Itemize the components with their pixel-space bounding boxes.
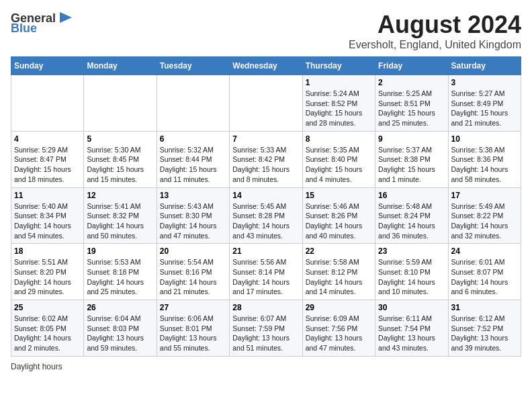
- calendar-week-row: 4Sunrise: 5:29 AM Sunset: 8:47 PM Daylig…: [11, 131, 521, 187]
- calendar-cell: 28Sunrise: 6:07 AM Sunset: 7:59 PM Dayli…: [230, 300, 302, 357]
- day-info: Sunrise: 5:53 AM Sunset: 8:18 PM Dayligh…: [87, 257, 153, 297]
- day-number: 6: [160, 134, 226, 144]
- day-number: 13: [160, 191, 226, 200]
- calendar-cell: 5Sunrise: 5:30 AM Sunset: 8:45 PM Daylig…: [84, 131, 157, 187]
- day-number: 24: [451, 246, 518, 256]
- header-row: SundayMondayTuesdayWednesdayThursdayFrid…: [11, 57, 521, 75]
- calendar-cell: [230, 75, 302, 132]
- day-info: Sunrise: 5:54 AM Sunset: 8:16 PM Dayligh…: [160, 257, 226, 297]
- day-info: Sunrise: 6:11 AM Sunset: 7:54 PM Dayligh…: [378, 314, 445, 353]
- day-number: 2: [378, 78, 445, 87]
- header-cell-thursday: Thursday: [302, 57, 375, 75]
- calendar-week-row: 18Sunrise: 5:51 AM Sunset: 8:20 PM Dayli…: [11, 244, 521, 300]
- calendar-table: SundayMondayTuesdayWednesdayThursdayFrid…: [11, 56, 521, 357]
- calendar-cell: 16Sunrise: 5:48 AM Sunset: 8:24 PM Dayli…: [375, 187, 448, 244]
- calendar-cell: 4Sunrise: 5:29 AM Sunset: 8:47 PM Daylig…: [11, 131, 84, 187]
- header-cell-tuesday: Tuesday: [157, 57, 229, 75]
- day-number: 5: [87, 134, 153, 144]
- day-number: 8: [306, 134, 372, 144]
- day-info: Sunrise: 5:35 AM Sunset: 8:40 PM Dayligh…: [306, 145, 372, 185]
- logo: General Blue: [11, 11, 72, 36]
- calendar-header: SundayMondayTuesdayWednesdayThursdayFrid…: [11, 57, 521, 75]
- day-number: 28: [232, 303, 299, 312]
- day-info: Sunrise: 5:46 AM Sunset: 8:26 PM Dayligh…: [306, 201, 372, 241]
- svg-marker-0: [60, 12, 72, 23]
- calendar-week-row: 25Sunrise: 6:02 AM Sunset: 8:05 PM Dayli…: [11, 300, 521, 357]
- day-number: 19: [87, 246, 153, 256]
- day-number: 12: [87, 191, 153, 200]
- calendar-cell: 3Sunrise: 5:27 AM Sunset: 8:49 PM Daylig…: [448, 75, 521, 132]
- day-number: 14: [232, 191, 299, 200]
- day-info: Sunrise: 5:48 AM Sunset: 8:24 PM Dayligh…: [378, 201, 445, 241]
- day-number: 30: [378, 303, 445, 312]
- calendar-cell: 9Sunrise: 5:37 AM Sunset: 8:38 PM Daylig…: [375, 131, 448, 187]
- day-info: Sunrise: 5:59 AM Sunset: 8:10 PM Dayligh…: [378, 257, 445, 297]
- day-info: Sunrise: 6:02 AM Sunset: 8:05 PM Dayligh…: [14, 314, 81, 353]
- header-cell-saturday: Saturday: [448, 57, 521, 75]
- day-info: Sunrise: 5:29 AM Sunset: 8:47 PM Dayligh…: [14, 145, 81, 185]
- day-number: 18: [14, 246, 81, 256]
- day-info: Sunrise: 5:37 AM Sunset: 8:38 PM Dayligh…: [378, 145, 445, 185]
- calendar-cell: 2Sunrise: 5:25 AM Sunset: 8:51 PM Daylig…: [375, 75, 448, 132]
- header-cell-sunday: Sunday: [11, 57, 84, 75]
- day-number: 31: [451, 303, 518, 312]
- day-number: 29: [306, 303, 372, 312]
- day-info: Sunrise: 6:12 AM Sunset: 7:52 PM Dayligh…: [451, 314, 518, 353]
- day-info: Sunrise: 5:41 AM Sunset: 8:32 PM Dayligh…: [87, 201, 153, 241]
- day-number: 20: [160, 246, 226, 256]
- day-info: Sunrise: 6:06 AM Sunset: 8:01 PM Dayligh…: [160, 314, 226, 353]
- day-info: Sunrise: 5:33 AM Sunset: 8:42 PM Dayligh…: [232, 145, 299, 185]
- day-info: Sunrise: 6:01 AM Sunset: 8:07 PM Dayligh…: [451, 257, 518, 297]
- calendar-cell: 21Sunrise: 5:56 AM Sunset: 8:14 PM Dayli…: [230, 244, 302, 300]
- calendar-cell: 7Sunrise: 5:33 AM Sunset: 8:42 PM Daylig…: [230, 131, 302, 187]
- day-number: 21: [232, 246, 299, 256]
- day-info: Sunrise: 5:38 AM Sunset: 8:36 PM Dayligh…: [451, 145, 518, 185]
- calendar-cell: 18Sunrise: 5:51 AM Sunset: 8:20 PM Dayli…: [11, 244, 84, 300]
- day-number: 16: [378, 191, 445, 200]
- day-info: Sunrise: 5:49 AM Sunset: 8:22 PM Dayligh…: [451, 201, 518, 241]
- page-header: General Blue August 2024 Eversholt, Engl…: [11, 11, 521, 51]
- calendar-cell: 6Sunrise: 5:32 AM Sunset: 8:44 PM Daylig…: [157, 131, 229, 187]
- day-info: Sunrise: 5:27 AM Sunset: 8:49 PM Dayligh…: [451, 89, 518, 128]
- day-info: Sunrise: 5:58 AM Sunset: 8:12 PM Dayligh…: [306, 257, 372, 297]
- day-number: 4: [14, 134, 81, 144]
- calendar-cell: 31Sunrise: 6:12 AM Sunset: 7:52 PM Dayli…: [448, 300, 521, 357]
- calendar-cell: 13Sunrise: 5:43 AM Sunset: 8:30 PM Dayli…: [157, 187, 229, 244]
- day-number: 11: [14, 191, 81, 200]
- calendar-cell: 20Sunrise: 5:54 AM Sunset: 8:16 PM Dayli…: [157, 244, 229, 300]
- day-number: 1: [306, 78, 372, 87]
- day-info: Sunrise: 6:09 AM Sunset: 7:56 PM Dayligh…: [306, 314, 372, 353]
- header-cell-wednesday: Wednesday: [230, 57, 302, 75]
- header-cell-friday: Friday: [375, 57, 448, 75]
- calendar-cell: 12Sunrise: 5:41 AM Sunset: 8:32 PM Dayli…: [84, 187, 157, 244]
- calendar-cell: 23Sunrise: 5:59 AM Sunset: 8:10 PM Dayli…: [375, 244, 448, 300]
- subtitle: Eversholt, England, United Kingdom: [349, 39, 521, 51]
- calendar-cell: 26Sunrise: 6:04 AM Sunset: 8:03 PM Dayli…: [84, 300, 157, 357]
- footer-daylight-label: Daylight hours: [11, 362, 62, 371]
- calendar-cell: 30Sunrise: 6:11 AM Sunset: 7:54 PM Dayli…: [375, 300, 448, 357]
- day-info: Sunrise: 5:45 AM Sunset: 8:28 PM Dayligh…: [232, 201, 299, 241]
- day-info: Sunrise: 5:25 AM Sunset: 8:51 PM Dayligh…: [378, 89, 445, 128]
- calendar-cell: 15Sunrise: 5:46 AM Sunset: 8:26 PM Dayli…: [302, 187, 375, 244]
- calendar-cell: 19Sunrise: 5:53 AM Sunset: 8:18 PM Dayli…: [84, 244, 157, 300]
- day-number: 15: [306, 191, 372, 200]
- calendar-cell: 22Sunrise: 5:58 AM Sunset: 8:12 PM Dayli…: [302, 244, 375, 300]
- calendar-week-row: 1Sunrise: 5:24 AM Sunset: 8:52 PM Daylig…: [11, 75, 521, 132]
- day-info: Sunrise: 6:07 AM Sunset: 7:59 PM Dayligh…: [232, 314, 299, 353]
- calendar-week-row: 11Sunrise: 5:40 AM Sunset: 8:34 PM Dayli…: [11, 187, 521, 244]
- day-info: Sunrise: 5:43 AM Sunset: 8:30 PM Dayligh…: [160, 201, 226, 241]
- logo-icon: [57, 11, 72, 26]
- day-number: 23: [378, 246, 445, 256]
- day-info: Sunrise: 5:24 AM Sunset: 8:52 PM Dayligh…: [306, 89, 372, 128]
- calendar-cell: 29Sunrise: 6:09 AM Sunset: 7:56 PM Dayli…: [302, 300, 375, 357]
- day-info: Sunrise: 5:40 AM Sunset: 8:34 PM Dayligh…: [14, 201, 81, 241]
- day-number: 7: [232, 134, 299, 144]
- day-info: Sunrise: 5:51 AM Sunset: 8:20 PM Dayligh…: [14, 257, 81, 297]
- footer-note: Daylight hours: [11, 362, 521, 371]
- day-info: Sunrise: 6:04 AM Sunset: 8:03 PM Dayligh…: [87, 314, 153, 353]
- calendar-cell: 8Sunrise: 5:35 AM Sunset: 8:40 PM Daylig…: [302, 131, 375, 187]
- day-info: Sunrise: 5:32 AM Sunset: 8:44 PM Dayligh…: [160, 145, 226, 185]
- calendar-cell: 27Sunrise: 6:06 AM Sunset: 8:01 PM Dayli…: [157, 300, 229, 357]
- calendar-cell: [11, 75, 84, 132]
- day-number: 10: [451, 134, 518, 144]
